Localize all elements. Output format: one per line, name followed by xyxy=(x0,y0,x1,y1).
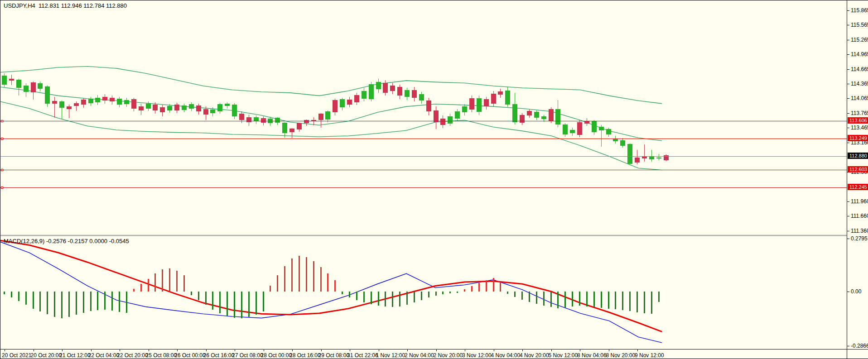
macd-lines-layer xyxy=(0,237,847,349)
macd-histogram-bar xyxy=(198,292,199,300)
macd-histogram-bar xyxy=(119,292,120,312)
macd-histogram-bar xyxy=(392,292,393,307)
macd-histogram-bar xyxy=(557,292,559,308)
macd-histogram-bar xyxy=(263,292,264,311)
time-tick xyxy=(235,349,235,351)
time-tick-label: 29 Oct 08:00 xyxy=(318,352,350,359)
macd-histogram-bar xyxy=(371,292,372,304)
macd-histogram-bar xyxy=(284,266,285,292)
level-price-badge[interactable]: 113.249 xyxy=(848,135,868,141)
macd-indicator-pane[interactable] xyxy=(0,237,847,349)
candle xyxy=(333,100,338,112)
macd-histogram-bar xyxy=(313,261,314,292)
level-line-handle[interactable] xyxy=(1,138,3,140)
price-chart-pane[interactable]: USDJPY,H4 112.831 112.946 112.784 112.88… xyxy=(0,0,847,235)
macd-histogram-bar xyxy=(601,292,602,308)
candle xyxy=(124,100,129,104)
candle xyxy=(426,101,431,111)
candle xyxy=(620,140,625,146)
macd-histogram-bar xyxy=(97,292,98,310)
candle xyxy=(599,127,604,131)
price-tick xyxy=(847,113,849,114)
macd-histogram-bar xyxy=(363,292,365,302)
level-price-badge[interactable]: 112.603 xyxy=(848,166,868,172)
candle xyxy=(541,116,546,119)
candle xyxy=(369,84,374,99)
price-tick xyxy=(847,201,849,202)
candle xyxy=(74,103,79,106)
macd-histogram-bar xyxy=(449,292,451,293)
price-axis[interactable]: 115.865115.565115.265114.965114.665114.3… xyxy=(847,0,868,359)
macd-histogram-bar xyxy=(622,292,623,310)
candle xyxy=(462,106,467,112)
macd-histogram-bar xyxy=(507,292,508,294)
candle xyxy=(555,109,560,125)
macd-histogram-bar xyxy=(320,267,322,292)
level-line-handle[interactable] xyxy=(1,169,3,171)
candle xyxy=(347,100,352,105)
macd-histogram-bar xyxy=(514,292,516,297)
price-tick xyxy=(847,40,849,40)
candle xyxy=(239,114,244,120)
macd-tick-label: 0.2795 xyxy=(851,235,868,242)
price-tick-label: 114.665 xyxy=(851,66,868,72)
time-tick-label: 27 Oct 08:00 xyxy=(232,352,263,359)
candle xyxy=(146,104,151,109)
level-line-handle[interactable] xyxy=(1,187,3,189)
macd-histogram-bar xyxy=(414,292,415,302)
macd-histogram-bar xyxy=(154,273,156,292)
level-line[interactable] xyxy=(0,121,847,121)
level-line[interactable] xyxy=(0,170,847,170)
level-line-handle[interactable] xyxy=(1,120,3,122)
price-tick xyxy=(847,25,849,25)
macd-histogram-bar xyxy=(25,292,27,305)
macd-tick-label: 0.00 xyxy=(851,288,861,295)
time-tick xyxy=(206,349,207,351)
macd-tick-label: -0.2866 xyxy=(851,343,868,349)
level-line[interactable] xyxy=(0,139,847,139)
candle xyxy=(167,106,172,110)
candle xyxy=(52,101,57,103)
time-tick xyxy=(62,349,63,351)
time-axis[interactable]: 20 Oct 202120 Oct 20:0021 Oct 12:0022 Oc… xyxy=(0,349,868,359)
macd-histogram-bar xyxy=(471,286,473,292)
time-tick xyxy=(494,349,494,351)
candle xyxy=(340,99,345,107)
time-tick xyxy=(177,349,178,351)
candle xyxy=(174,105,179,110)
candle xyxy=(95,98,100,102)
candle xyxy=(182,105,187,110)
time-tick xyxy=(436,349,437,351)
price-tick xyxy=(847,69,849,70)
candle xyxy=(419,94,424,101)
macd-histogram-bar xyxy=(637,292,638,312)
candle xyxy=(31,82,36,92)
time-tick-label: 28 Oct 00:00 xyxy=(261,352,292,359)
time-tick xyxy=(580,349,580,351)
level-price-badge[interactable]: 113.606 xyxy=(848,117,868,124)
candle xyxy=(210,110,215,114)
price-tick xyxy=(847,216,849,216)
macd-histogram-bar xyxy=(579,292,580,306)
symbol-ohlc-title: USDJPY,H4 112.831 112.946 112.784 112.88… xyxy=(4,2,127,9)
level-price-badge[interactable]: 112.245 xyxy=(848,184,868,190)
macd-histogram-bar xyxy=(550,292,552,307)
time-tick-label: 3 Nov 12:00 xyxy=(462,352,492,359)
candle xyxy=(376,82,381,89)
indicator-line xyxy=(0,101,662,170)
candle xyxy=(153,105,158,110)
price-tick-label: 113.465 xyxy=(851,124,868,131)
time-tick-label: 4 Nov 20:00 xyxy=(520,352,549,359)
candle xyxy=(16,80,21,88)
candle xyxy=(318,114,323,120)
candle-wick xyxy=(313,117,314,125)
macd-histogram-bar xyxy=(133,289,135,292)
time-tick-label: 20 Oct 2021 xyxy=(2,352,31,359)
chart-window: USDJPY,H4 112.831 112.946 112.784 112.88… xyxy=(0,0,868,359)
time-tick xyxy=(34,349,34,351)
candle xyxy=(520,115,525,123)
candle xyxy=(405,90,410,97)
macd-tick xyxy=(847,346,849,346)
macd-histogram-bar xyxy=(608,292,609,309)
level-line[interactable] xyxy=(0,187,847,188)
